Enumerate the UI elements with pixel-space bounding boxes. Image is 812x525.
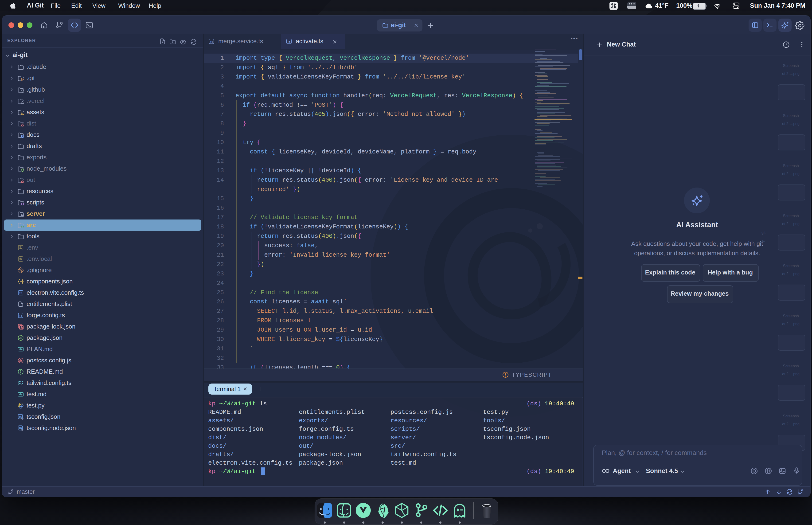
svg-text:TS: TS (19, 291, 22, 295)
svg-text:TS: TS (19, 314, 22, 317)
svg-text:TS: TS (19, 427, 22, 429)
svg-text:TS: TS (19, 416, 22, 418)
svg-text:TS: TS (287, 40, 291, 43)
svg-text:TS: TS (210, 40, 213, 43)
svg-text:JS: JS (19, 337, 22, 339)
